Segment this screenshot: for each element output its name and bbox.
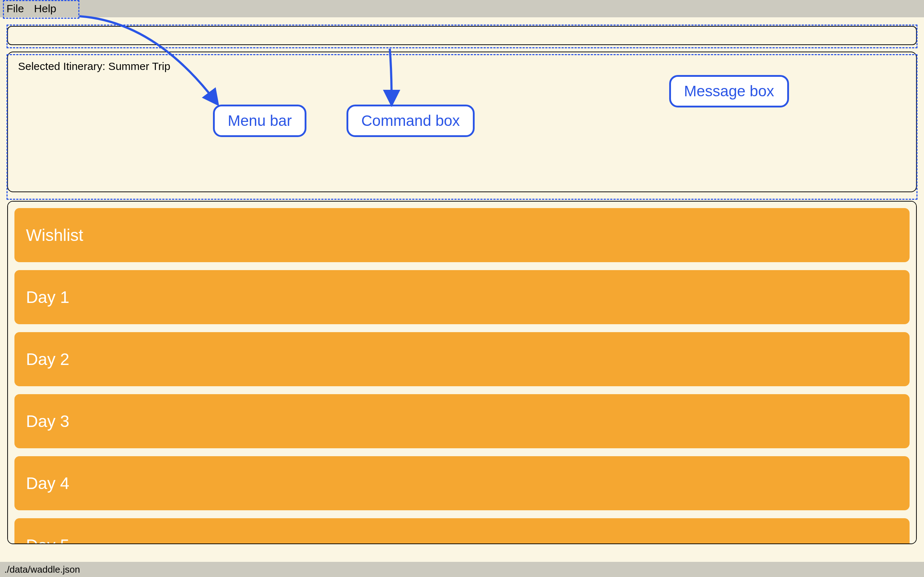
menu-help[interactable]: Help (34, 3, 56, 15)
menu-bar: File Help (0, 0, 924, 17)
command-box[interactable] (7, 26, 917, 45)
day-row[interactable]: Day 1 (15, 270, 909, 324)
selected-itinerary-label: Selected Itinerary: Summer Trip (18, 60, 906, 73)
callout-message-box: Message box (669, 75, 789, 108)
callout-command-box: Command box (347, 105, 475, 137)
status-bar: ./data/waddle.json (0, 562, 924, 577)
day-row[interactable]: Day 4 (15, 456, 909, 510)
day-row[interactable]: Day 3 (15, 394, 909, 448)
itinerary-panel[interactable]: Wishlist Day 1 Day 2 Day 3 Day 4 Day 5 (7, 201, 917, 544)
day-row[interactable]: Day 2 (15, 332, 909, 386)
status-path: ./data/waddle.json (4, 564, 80, 575)
menu-file[interactable]: File (6, 3, 24, 15)
callout-menu-bar: Menu bar (213, 105, 307, 137)
wishlist-row[interactable]: Wishlist (15, 208, 909, 262)
day-row[interactable]: Day 5 (15, 518, 909, 544)
